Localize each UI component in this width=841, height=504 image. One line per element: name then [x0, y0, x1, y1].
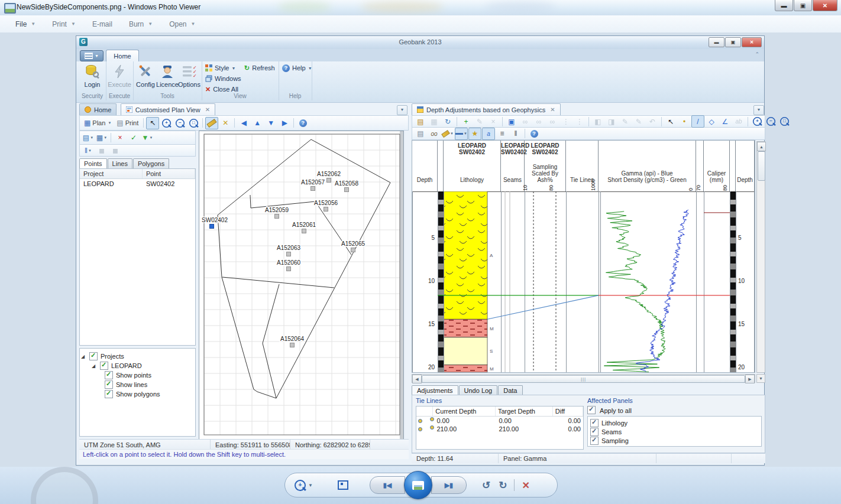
- menu-email[interactable]: E-mail: [84, 15, 121, 32]
- close-tab-icon[interactable]: ✕: [205, 106, 210, 113]
- actual-size-button[interactable]: [338, 480, 348, 490]
- pointer-tool-button[interactable]: ↖: [664, 115, 677, 128]
- map-point[interactable]: [345, 188, 349, 192]
- map-point[interactable]: [311, 187, 315, 191]
- zoom-in-button[interactable]: +: [160, 117, 173, 129]
- zoom-button[interactable]: + ▼: [295, 480, 313, 491]
- tie-column-header[interactable]: Diff: [553, 407, 583, 416]
- zoom-reset-button[interactable]: □: [778, 115, 791, 128]
- map-point[interactable]: [287, 267, 291, 271]
- delete-button[interactable]: ✕: [522, 480, 529, 491]
- dots-b-button[interactable]: ⋮: [573, 115, 586, 128]
- options-button[interactable]: ✓ ✓ ✓ Options: [177, 63, 202, 91]
- help-button[interactable]: ?: [528, 128, 541, 140]
- log-vscrollbar[interactable]: ▲: [756, 141, 765, 373]
- delete-button[interactable]: ×: [114, 132, 127, 144]
- expander-icon[interactable]: ◢: [92, 363, 97, 369]
- tie-column-header[interactable]: Current Depth: [433, 407, 496, 416]
- validate-button[interactable]: ✓: [127, 132, 140, 144]
- line-node-tool-button[interactable]: ∠: [719, 115, 732, 128]
- scroll-left-icon[interactable]: ◀: [412, 375, 422, 383]
- pan-left-button[interactable]: ◀: [237, 117, 250, 129]
- vscroll-thumb[interactable]: [758, 151, 765, 181]
- lithology-unit[interactable]: [444, 337, 487, 365]
- affected-panel-lithology[interactable]: Lithology: [590, 419, 759, 427]
- import-button[interactable]: ▤▼: [82, 132, 95, 144]
- labels-tool-button[interactable]: ab: [732, 115, 745, 128]
- select-pointer-button[interactable]: ↖: [146, 117, 159, 129]
- panel-checkbox[interactable]: [590, 428, 599, 436]
- plan-button[interactable]: ▦ Plan▼: [82, 117, 114, 129]
- affected-panel-seams[interactable]: Seams: [590, 428, 759, 436]
- scroll-right-icon[interactable]: ▶: [745, 375, 755, 383]
- hscroll-thumb[interactable]: |||: [422, 375, 745, 383]
- windows-button[interactable]: Windows: [205, 74, 241, 83]
- find-button[interactable]: oo: [428, 128, 441, 140]
- unlink-depths-button[interactable]: ∞: [532, 115, 545, 128]
- tab-depth-adjustments[interactable]: Depth Adjustments based on Geophysics ✕: [412, 103, 561, 115]
- unlock-button[interactable]: ◨: [605, 115, 618, 128]
- tree-node-show-polygons[interactable]: Show polygons: [105, 390, 194, 398]
- dots-a-button[interactable]: ⋮: [559, 115, 572, 128]
- tab-data[interactable]: Data: [498, 385, 522, 395]
- affected-panel-sampling[interactable]: Sampling: [590, 437, 759, 445]
- zoom-in-button[interactable]: +: [751, 115, 764, 128]
- undo-button[interactable]: ↶: [646, 115, 659, 128]
- menu-file[interactable]: File▼: [7, 15, 44, 32]
- add-tie-line-button[interactable]: +: [460, 115, 473, 128]
- delete-tie-line-button[interactable]: ×: [487, 115, 500, 128]
- login-button[interactable]: Login: [80, 63, 105, 91]
- next-button[interactable]: ▶▮: [431, 476, 467, 494]
- config-button[interactable]: Config: [133, 63, 158, 91]
- rotate-ccw-button[interactable]: ↺: [482, 479, 490, 492]
- plan-map-canvas[interactable]: A152062A152057A152058A152056A152059SW024…: [199, 131, 403, 440]
- prev-record-button[interactable]: ◼: [95, 144, 108, 157]
- tab-home[interactable]: Home: [106, 50, 139, 62]
- menu-burn[interactable]: Burn▼: [121, 15, 161, 32]
- close-tab-icon[interactable]: ✕: [550, 106, 555, 113]
- multi-node-tool-button[interactable]: ◇: [705, 115, 718, 128]
- log-view[interactable]: DepthLEOPARDSW02402LithologyLEOPARDSW024…: [412, 140, 755, 373]
- licence-button[interactable]: Licence: [155, 63, 180, 91]
- panel-checkbox[interactable]: [590, 419, 599, 427]
- play-slideshow-button[interactable]: [404, 471, 432, 499]
- previous-button[interactable]: ▮◀: [370, 476, 405, 494]
- link-depths-button[interactable]: ∞: [519, 115, 532, 128]
- next-record-button[interactable]: ◼: [109, 144, 122, 157]
- select-region-button[interactable]: ▣: [505, 115, 518, 128]
- columns-view-button[interactable]: ‖: [509, 128, 522, 140]
- map-point[interactable]: [302, 229, 306, 233]
- map-point[interactable]: [290, 343, 295, 347]
- tab-customised-plan-view[interactable]: Customised Plan View ✕: [121, 103, 215, 115]
- node-tool-button[interactable]: •: [678, 115, 691, 128]
- help-button[interactable]: ?: [296, 117, 309, 129]
- rotate-cw-button[interactable]: ↻: [499, 479, 507, 492]
- close-button[interactable]: ✕: [813, 0, 837, 11]
- tie-line-connector[interactable]: [487, 295, 599, 319]
- polygon-outline[interactable]: [276, 139, 390, 398]
- map-point-selected[interactable]: [210, 225, 214, 229]
- refresh-button[interactable]: ↻ Refresh: [244, 63, 275, 73]
- panel-checkbox[interactable]: [590, 437, 599, 445]
- expander-icon[interactable]: ◢: [81, 354, 86, 359]
- zoom-extents-button[interactable]: □: [187, 117, 200, 129]
- tie-column-header[interactable]: Target Depth: [496, 407, 553, 416]
- apply-to-all-checkbox[interactable]: [587, 406, 596, 414]
- map-point[interactable]: [275, 214, 279, 219]
- geobank-minimize-button[interactable]: ▬: [709, 37, 724, 47]
- measure-button[interactable]: ▼: [441, 128, 454, 140]
- menu-open[interactable]: Open▼: [161, 15, 203, 32]
- measure-ruler-button[interactable]: [205, 117, 218, 129]
- tab-list-dropdown[interactable]: ▼: [397, 105, 407, 115]
- tab-undo-log[interactable]: Undo Log: [459, 385, 498, 395]
- tree-node-projects[interactable]: ◢ Projects: [81, 352, 194, 360]
- layer-checkbox[interactable]: [105, 371, 113, 379]
- pan-down-button[interactable]: ▼: [264, 117, 277, 129]
- restore-button[interactable]: ▣: [794, 0, 812, 11]
- style-button[interactable]: Style▼: [205, 63, 235, 73]
- layer-checkbox[interactable]: [105, 390, 113, 398]
- edit-tie-line-button[interactable]: ✎: [473, 115, 486, 128]
- grid-column-header[interactable]: Project: [80, 169, 143, 178]
- tie-line-tool-button[interactable]: /: [691, 115, 704, 128]
- tree-node-show-lines[interactable]: Show lines: [105, 381, 194, 389]
